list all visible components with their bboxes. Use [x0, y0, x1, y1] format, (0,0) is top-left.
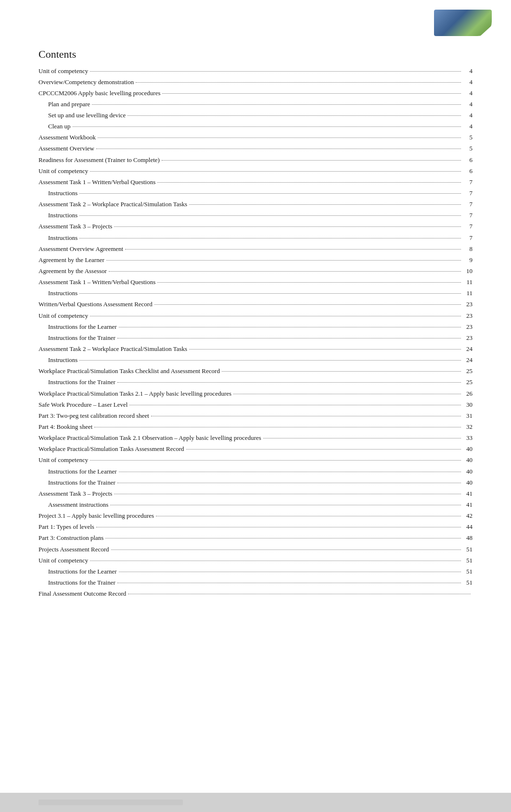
toc-label-e39: Assessment Task 3 – Projects — [38, 489, 112, 499]
toc-dots — [128, 594, 471, 594]
toc-row: Overview/Competency demonstration4 — [38, 76, 473, 87]
toc-page-e40: 41 — [463, 500, 473, 510]
toc-label-e26: Assessment Task 2 – Workplace Practical/… — [38, 344, 187, 354]
toc-cell: Agreement by the Learner9 — [38, 254, 473, 265]
toc-dots — [79, 193, 461, 194]
toc-dots — [114, 226, 461, 227]
toc-row: Workplace Practical/Simulation Task 2.1 … — [38, 433, 473, 444]
toc-page-e16: 7 — [463, 233, 473, 243]
toc-cell: Instructions7 — [38, 188, 473, 199]
toc-row: CPCCCM2006 Apply basic levelling procedu… — [38, 87, 473, 99]
toc-cell: Overview/Competency demonstration4 — [38, 76, 473, 87]
toc-dots — [73, 126, 461, 127]
toc-page-e36: 40 — [463, 455, 473, 465]
toc-page-e38: 40 — [463, 478, 473, 487]
toc-page-e7: 5 — [463, 133, 473, 142]
logo-image — [434, 10, 492, 36]
toc-label-e35: Workplace Practical/Simulation Tasks Ass… — [38, 444, 184, 454]
toc-cell: Set up and use levelling device4 — [38, 110, 473, 121]
toc-label-e17: Assessment Overview Agreement — [38, 244, 123, 254]
toc-dots — [114, 494, 461, 494]
toc-cell: Instructions for the Learner40 — [38, 466, 473, 477]
page-wrapper: Contents Unit of competency4Overview/Com… — [0, 0, 511, 638]
toc-dots — [110, 505, 461, 505]
toc-label-e38: Instructions for the Trainer — [48, 478, 115, 487]
toc-row: Workplace Practical/Simulation Tasks Ass… — [38, 444, 473, 455]
toc-cell: Assessment Task 2 – Workplace Practical/… — [38, 344, 473, 355]
toc-label-e32: Part 3: Two-peg test calibration record … — [38, 411, 149, 421]
toc-dots — [125, 249, 461, 250]
toc-row: Instructions7 — [38, 188, 473, 199]
toc-cell: Instructions for the Trainer23 — [38, 332, 473, 343]
toc-row: Assessment Task 3 – Projects7 — [38, 221, 473, 232]
toc-label-e13: Assessment Task 2 – Workplace Practical/… — [38, 200, 187, 209]
toc-dots — [96, 149, 461, 149]
toc-cell: Workplace Practical/Simulation Task 2.1 … — [38, 433, 473, 444]
toc-row: Unit of competency23 — [38, 310, 473, 321]
toc-dots — [119, 572, 461, 572]
toc-page-e2: 4 — [463, 77, 473, 87]
toc-row: Instructions for the Learner40 — [38, 466, 473, 477]
toc-cell: Instructions for the Learner23 — [38, 321, 473, 332]
toc-page-e20: 11 — [463, 277, 473, 287]
toc-page-e24: 23 — [463, 322, 473, 332]
toc-page-e39: 41 — [463, 489, 473, 499]
toc-label-e20: Assessment Task 1 – Written/Verbal Quest… — [38, 277, 155, 287]
toc-dots — [162, 93, 461, 94]
toc-cell: Final Assessment Outcome Record — [38, 588, 473, 600]
toc-row: Instructions7 — [38, 210, 473, 221]
toc-dots — [186, 449, 461, 450]
toc-cell: Instructions7 — [38, 210, 473, 221]
toc-page-e9: 6 — [463, 155, 473, 165]
toc-dots — [90, 71, 461, 72]
toc-dots — [157, 182, 461, 183]
toc-page-e10: 6 — [463, 166, 473, 176]
toc-page-e29: 25 — [463, 377, 473, 387]
toc-row: Final Assessment Outcome Record — [38, 588, 473, 600]
toc-label-e29: Instructions for the Trainer — [48, 377, 115, 387]
toc-cell: Part 3: Two-peg test calibration record … — [38, 410, 473, 421]
toc-dots — [106, 260, 461, 261]
toc-dots — [105, 538, 461, 538]
toc-page-e34: 33 — [463, 433, 473, 443]
toc-label-e16: Instructions — [48, 233, 77, 243]
toc-dots — [189, 204, 461, 205]
toc-cell: Assessment Task 2 – Workplace Practical/… — [38, 199, 473, 210]
toc-dots — [111, 550, 461, 550]
toc-dots — [117, 338, 461, 338]
toc-page-e15: 7 — [463, 222, 473, 231]
toc-label-e43: Part 3: Construction plans — [38, 533, 103, 543]
toc-cell: Unit of competency40 — [38, 455, 473, 466]
toc-page-e8: 5 — [463, 144, 473, 153]
toc-page-e32: 31 — [463, 411, 473, 421]
toc-cell: Part 1: Types of levels44 — [38, 522, 473, 533]
toc-cell: Part 3: Construction plans48 — [38, 533, 473, 544]
toc-dots — [119, 327, 461, 327]
toc-page-e43: 48 — [463, 533, 473, 543]
toc-dots — [79, 360, 461, 361]
toc-label-e21: Instructions — [48, 288, 77, 298]
toc-row: Part 1: Types of levels44 — [38, 522, 473, 533]
toc-dots — [117, 483, 461, 483]
toc-page-e19: 10 — [463, 266, 473, 276]
toc-dots — [119, 472, 461, 472]
toc-page-e23: 23 — [463, 311, 473, 321]
toc-page-e12: 7 — [463, 188, 473, 198]
toc-dots — [109, 271, 461, 272]
toc-cell: Assessment Workbook5 — [38, 132, 473, 143]
toc-label-e41: Project 3.1 – Apply basic levelling proc… — [38, 511, 154, 521]
toc-cell: Assessment Task 3 – Projects7 — [38, 221, 473, 232]
toc-row: Agreement by the Learner9 — [38, 254, 473, 265]
toc-cell: Assessment Task 1 – Written/Verbal Quest… — [38, 277, 473, 288]
toc-dots — [157, 282, 461, 283]
toc-label-e9: Readiness for Assessment (Trainer to Com… — [38, 155, 160, 165]
toc-dots — [79, 293, 461, 294]
toc-label-e47: Instructions for the Trainer — [48, 578, 115, 587]
toc-page-e28: 25 — [463, 366, 473, 376]
toc-page-e33: 32 — [463, 422, 473, 432]
toc-page-e35: 40 — [463, 444, 473, 454]
toc-label-e45: Unit of competency — [38, 556, 88, 565]
toc-label-e14: Instructions — [48, 211, 77, 220]
toc-page-e30: 26 — [463, 389, 473, 399]
toc-page-e44: 51 — [463, 545, 473, 554]
